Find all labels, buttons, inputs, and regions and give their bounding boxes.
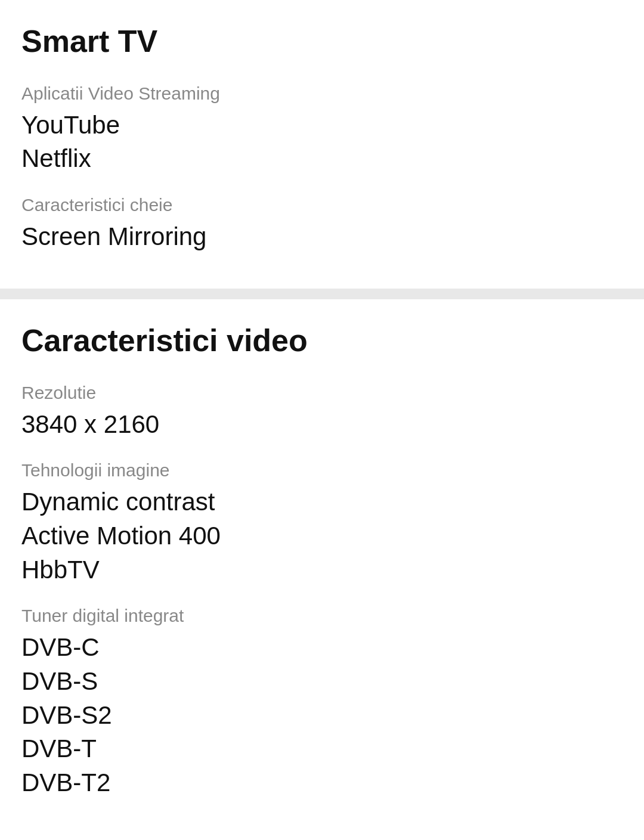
section-divider [0,289,644,299]
smart-tv-title: Smart TV [21,24,623,60]
tuner-dvb-t: DVB-T [21,732,623,766]
smart-tv-section: Smart TV Aplicatii Video Streaming YouTu… [0,0,644,289]
video-features-title: Caracteristici video [21,323,623,359]
tuner-dvb-s2: DVB-S2 [21,699,623,733]
image-tech-dynamic-contrast: Dynamic contrast [21,485,623,519]
image-tech-active-motion: Active Motion 400 [21,519,623,553]
key-feature-screen-mirroring: Screen Mirroring [21,220,623,254]
image-tech-values: Dynamic contrast Active Motion 400 HbbTV [21,485,623,587]
resolution-group: Rezolutie 3840 x 2160 [21,380,623,442]
tuner-dvb-t2: DVB-T2 [21,766,623,800]
key-features-values: Screen Mirroring [21,220,623,254]
tuner-label: Tuner digital integrat [21,603,623,628]
streaming-apps-label: Aplicatii Video Streaming [21,81,623,106]
key-features-label: Caracteristici cheie [21,193,623,218]
resolution-label: Rezolutie [21,380,623,405]
streaming-apps-group: Aplicatii Video Streaming YouTube Netfli… [21,81,623,176]
tuner-values: DVB-C DVB-S DVB-S2 DVB-T DVB-T2 [21,631,623,799]
resolution-value: 3840 x 2160 [21,408,623,442]
video-features-section: Caracteristici video Rezolutie 3840 x 21… [0,299,644,835]
tuner-group: Tuner digital integrat DVB-C DVB-S DVB-S… [21,603,623,799]
image-tech-hbbtv: HbbTV [21,553,623,587]
image-tech-group: Tehnologii imagine Dynamic contrast Acti… [21,458,623,587]
key-features-group: Caracteristici cheie Screen Mirroring [21,193,623,254]
streaming-app-netflix: Netflix [21,142,623,176]
tuner-dvb-s: DVB-S [21,665,623,699]
streaming-apps-values: YouTube Netflix [21,109,623,176]
streaming-app-youtube: YouTube [21,109,623,142]
tuner-dvb-c: DVB-C [21,631,623,665]
image-tech-label: Tehnologii imagine [21,458,623,483]
